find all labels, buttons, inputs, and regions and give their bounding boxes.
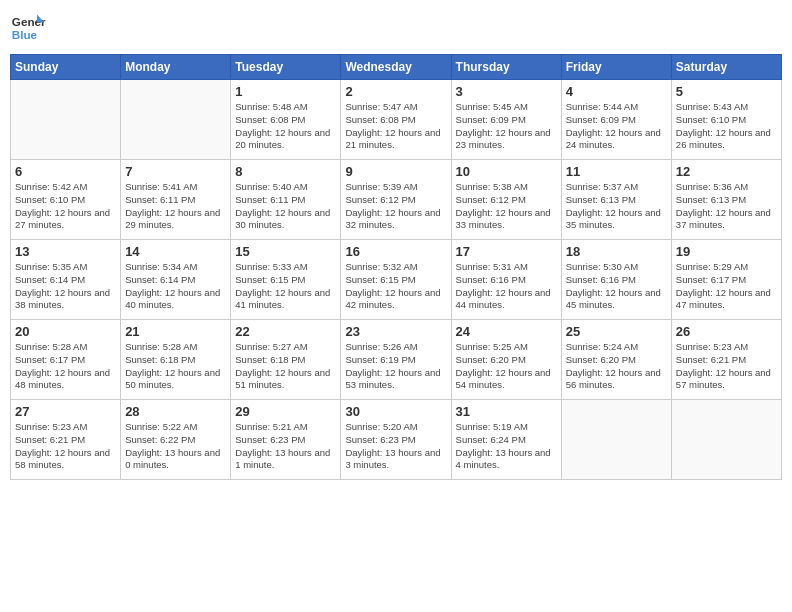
day-info: Sunrise: 5:27 AM Sunset: 6:18 PM Dayligh… xyxy=(235,341,336,392)
week-row-4: 20Sunrise: 5:28 AM Sunset: 6:17 PM Dayli… xyxy=(11,320,782,400)
week-row-5: 27Sunrise: 5:23 AM Sunset: 6:21 PM Dayli… xyxy=(11,400,782,480)
day-cell-1: 1Sunrise: 5:48 AM Sunset: 6:08 PM Daylig… xyxy=(231,80,341,160)
day-info: Sunrise: 5:42 AM Sunset: 6:10 PM Dayligh… xyxy=(15,181,116,232)
header-day-tuesday: Tuesday xyxy=(231,55,341,80)
day-cell-8: 8Sunrise: 5:40 AM Sunset: 6:11 PM Daylig… xyxy=(231,160,341,240)
day-cell-4: 4Sunrise: 5:44 AM Sunset: 6:09 PM Daylig… xyxy=(561,80,671,160)
day-info: Sunrise: 5:28 AM Sunset: 6:18 PM Dayligh… xyxy=(125,341,226,392)
day-cell-10: 10Sunrise: 5:38 AM Sunset: 6:12 PM Dayli… xyxy=(451,160,561,240)
day-number: 13 xyxy=(15,244,116,259)
day-number: 3 xyxy=(456,84,557,99)
day-info: Sunrise: 5:41 AM Sunset: 6:11 PM Dayligh… xyxy=(125,181,226,232)
day-number: 28 xyxy=(125,404,226,419)
day-number: 29 xyxy=(235,404,336,419)
day-cell-18: 18Sunrise: 5:30 AM Sunset: 6:16 PM Dayli… xyxy=(561,240,671,320)
day-cell-17: 17Sunrise: 5:31 AM Sunset: 6:16 PM Dayli… xyxy=(451,240,561,320)
day-info: Sunrise: 5:23 AM Sunset: 6:21 PM Dayligh… xyxy=(15,421,116,472)
header-day-friday: Friday xyxy=(561,55,671,80)
day-number: 25 xyxy=(566,324,667,339)
page-header: General Blue xyxy=(10,10,782,46)
day-info: Sunrise: 5:30 AM Sunset: 6:16 PM Dayligh… xyxy=(566,261,667,312)
day-info: Sunrise: 5:43 AM Sunset: 6:10 PM Dayligh… xyxy=(676,101,777,152)
day-info: Sunrise: 5:38 AM Sunset: 6:12 PM Dayligh… xyxy=(456,181,557,232)
day-info: Sunrise: 5:32 AM Sunset: 6:15 PM Dayligh… xyxy=(345,261,446,312)
day-number: 31 xyxy=(456,404,557,419)
day-info: Sunrise: 5:19 AM Sunset: 6:24 PM Dayligh… xyxy=(456,421,557,472)
day-number: 27 xyxy=(15,404,116,419)
day-number: 24 xyxy=(456,324,557,339)
day-info: Sunrise: 5:36 AM Sunset: 6:13 PM Dayligh… xyxy=(676,181,777,232)
day-number: 14 xyxy=(125,244,226,259)
day-info: Sunrise: 5:39 AM Sunset: 6:12 PM Dayligh… xyxy=(345,181,446,232)
day-number: 18 xyxy=(566,244,667,259)
day-cell-29: 29Sunrise: 5:21 AM Sunset: 6:23 PM Dayli… xyxy=(231,400,341,480)
day-cell-30: 30Sunrise: 5:20 AM Sunset: 6:23 PM Dayli… xyxy=(341,400,451,480)
day-number: 5 xyxy=(676,84,777,99)
day-cell-19: 19Sunrise: 5:29 AM Sunset: 6:17 PM Dayli… xyxy=(671,240,781,320)
header-day-saturday: Saturday xyxy=(671,55,781,80)
day-number: 26 xyxy=(676,324,777,339)
day-number: 2 xyxy=(345,84,446,99)
header-day-thursday: Thursday xyxy=(451,55,561,80)
day-info: Sunrise: 5:37 AM Sunset: 6:13 PM Dayligh… xyxy=(566,181,667,232)
day-cell-15: 15Sunrise: 5:33 AM Sunset: 6:15 PM Dayli… xyxy=(231,240,341,320)
day-cell-2: 2Sunrise: 5:47 AM Sunset: 6:08 PM Daylig… xyxy=(341,80,451,160)
week-row-3: 13Sunrise: 5:35 AM Sunset: 6:14 PM Dayli… xyxy=(11,240,782,320)
day-info: Sunrise: 5:31 AM Sunset: 6:16 PM Dayligh… xyxy=(456,261,557,312)
day-number: 17 xyxy=(456,244,557,259)
day-number: 1 xyxy=(235,84,336,99)
day-cell-3: 3Sunrise: 5:45 AM Sunset: 6:09 PM Daylig… xyxy=(451,80,561,160)
day-number: 12 xyxy=(676,164,777,179)
header-row: SundayMondayTuesdayWednesdayThursdayFrid… xyxy=(11,55,782,80)
svg-text:Blue: Blue xyxy=(12,28,38,41)
day-number: 21 xyxy=(125,324,226,339)
calendar-table: SundayMondayTuesdayWednesdayThursdayFrid… xyxy=(10,54,782,480)
day-number: 4 xyxy=(566,84,667,99)
calendar-header: SundayMondayTuesdayWednesdayThursdayFrid… xyxy=(11,55,782,80)
header-day-wednesday: Wednesday xyxy=(341,55,451,80)
day-number: 19 xyxy=(676,244,777,259)
day-cell-14: 14Sunrise: 5:34 AM Sunset: 6:14 PM Dayli… xyxy=(121,240,231,320)
day-cell-5: 5Sunrise: 5:43 AM Sunset: 6:10 PM Daylig… xyxy=(671,80,781,160)
empty-cell xyxy=(121,80,231,160)
day-cell-23: 23Sunrise: 5:26 AM Sunset: 6:19 PM Dayli… xyxy=(341,320,451,400)
day-info: Sunrise: 5:34 AM Sunset: 6:14 PM Dayligh… xyxy=(125,261,226,312)
day-cell-16: 16Sunrise: 5:32 AM Sunset: 6:15 PM Dayli… xyxy=(341,240,451,320)
day-info: Sunrise: 5:33 AM Sunset: 6:15 PM Dayligh… xyxy=(235,261,336,312)
day-info: Sunrise: 5:47 AM Sunset: 6:08 PM Dayligh… xyxy=(345,101,446,152)
day-cell-6: 6Sunrise: 5:42 AM Sunset: 6:10 PM Daylig… xyxy=(11,160,121,240)
day-number: 16 xyxy=(345,244,446,259)
empty-cell xyxy=(561,400,671,480)
day-cell-27: 27Sunrise: 5:23 AM Sunset: 6:21 PM Dayli… xyxy=(11,400,121,480)
day-info: Sunrise: 5:40 AM Sunset: 6:11 PM Dayligh… xyxy=(235,181,336,232)
day-number: 9 xyxy=(345,164,446,179)
logo-icon: General Blue xyxy=(10,10,46,46)
day-info: Sunrise: 5:28 AM Sunset: 6:17 PM Dayligh… xyxy=(15,341,116,392)
day-info: Sunrise: 5:29 AM Sunset: 6:17 PM Dayligh… xyxy=(676,261,777,312)
day-cell-22: 22Sunrise: 5:27 AM Sunset: 6:18 PM Dayli… xyxy=(231,320,341,400)
day-cell-26: 26Sunrise: 5:23 AM Sunset: 6:21 PM Dayli… xyxy=(671,320,781,400)
day-info: Sunrise: 5:20 AM Sunset: 6:23 PM Dayligh… xyxy=(345,421,446,472)
day-number: 6 xyxy=(15,164,116,179)
day-info: Sunrise: 5:22 AM Sunset: 6:22 PM Dayligh… xyxy=(125,421,226,472)
header-day-monday: Monday xyxy=(121,55,231,80)
day-info: Sunrise: 5:35 AM Sunset: 6:14 PM Dayligh… xyxy=(15,261,116,312)
day-cell-7: 7Sunrise: 5:41 AM Sunset: 6:11 PM Daylig… xyxy=(121,160,231,240)
calendar-body: 1Sunrise: 5:48 AM Sunset: 6:08 PM Daylig… xyxy=(11,80,782,480)
day-info: Sunrise: 5:45 AM Sunset: 6:09 PM Dayligh… xyxy=(456,101,557,152)
day-info: Sunrise: 5:21 AM Sunset: 6:23 PM Dayligh… xyxy=(235,421,336,472)
week-row-2: 6Sunrise: 5:42 AM Sunset: 6:10 PM Daylig… xyxy=(11,160,782,240)
day-cell-13: 13Sunrise: 5:35 AM Sunset: 6:14 PM Dayli… xyxy=(11,240,121,320)
day-cell-24: 24Sunrise: 5:25 AM Sunset: 6:20 PM Dayli… xyxy=(451,320,561,400)
day-number: 20 xyxy=(15,324,116,339)
day-number: 30 xyxy=(345,404,446,419)
day-number: 15 xyxy=(235,244,336,259)
day-cell-25: 25Sunrise: 5:24 AM Sunset: 6:20 PM Dayli… xyxy=(561,320,671,400)
day-info: Sunrise: 5:25 AM Sunset: 6:20 PM Dayligh… xyxy=(456,341,557,392)
day-info: Sunrise: 5:44 AM Sunset: 6:09 PM Dayligh… xyxy=(566,101,667,152)
day-number: 7 xyxy=(125,164,226,179)
header-day-sunday: Sunday xyxy=(11,55,121,80)
day-cell-9: 9Sunrise: 5:39 AM Sunset: 6:12 PM Daylig… xyxy=(341,160,451,240)
week-row-1: 1Sunrise: 5:48 AM Sunset: 6:08 PM Daylig… xyxy=(11,80,782,160)
day-number: 10 xyxy=(456,164,557,179)
